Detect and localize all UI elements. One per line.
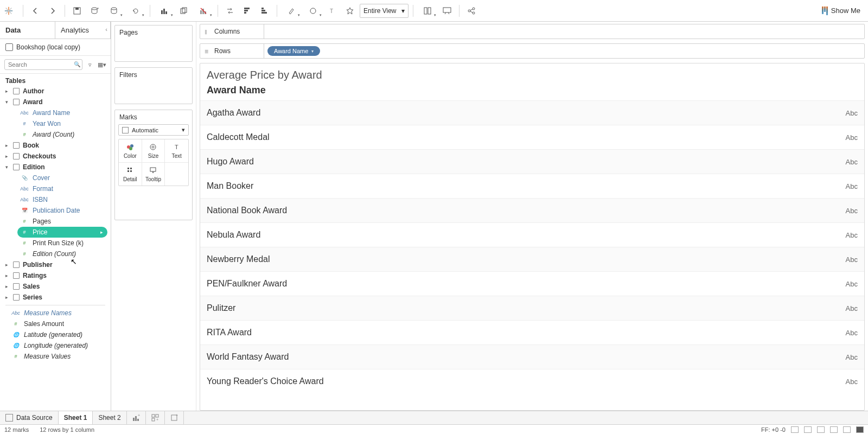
- connection-row[interactable]: Bookshop (local copy): [0, 39, 111, 56]
- new-dashboard-tab[interactable]: +: [146, 411, 165, 424]
- duplicate-sheet-button[interactable]: [176, 3, 192, 18]
- field-sales-amount[interactable]: #Sales Amount: [0, 318, 111, 329]
- field-label: Measure Names: [24, 309, 72, 317]
- filters-card[interactable]: Filters: [114, 67, 193, 104]
- sheet-tab-2[interactable]: Sheet 2: [93, 411, 126, 424]
- viz-row[interactable]: Young Reader's Choice AwardAbc: [200, 369, 864, 393]
- row-placeholder: Abc: [846, 133, 858, 142]
- pill-award-name[interactable]: Award Name: [267, 46, 320, 56]
- svg-rect-9: [161, 10, 163, 14]
- share-button[interactable]: [464, 3, 479, 18]
- field-type-icon: #: [20, 219, 29, 224]
- marks-detail-button[interactable]: Detail: [119, 163, 142, 186]
- viz-row[interactable]: PulitzerAbc: [200, 296, 864, 320]
- table-row[interactable]: ▾Award: [0, 97, 111, 107]
- table-row[interactable]: ▸Series: [0, 292, 111, 303]
- new-datasource-button[interactable]: +: [87, 3, 102, 18]
- status-nav-first[interactable]: [791, 426, 799, 433]
- sort-asc-button[interactable]: [240, 3, 255, 18]
- status-nav-last[interactable]: [830, 426, 838, 433]
- field-pages[interactable]: #Pages: [0, 216, 111, 227]
- new-worksheet-button[interactable]: [155, 3, 174, 18]
- field-measure-values[interactable]: #Measure Values: [0, 351, 111, 362]
- table-row[interactable]: ▸Publisher: [0, 259, 111, 270]
- sheet-tab-1[interactable]: Sheet 1: [59, 411, 93, 424]
- viz-row[interactable]: World Fantasy AwardAbc: [200, 344, 864, 369]
- group-button[interactable]: [303, 3, 323, 18]
- filter-fields-button[interactable]: ▿: [86, 60, 94, 69]
- field-award-name[interactable]: AbcAward Name: [0, 107, 111, 118]
- tab-analytics[interactable]: Analytics: [55, 22, 111, 39]
- field-longitude-generated-[interactable]: 🌐Longitude (generated): [0, 340, 111, 351]
- table-row[interactable]: ▾Edition: [0, 162, 111, 173]
- viz-row[interactable]: National Book AwardAbc: [200, 198, 864, 222]
- show-labels-button[interactable]: T: [325, 3, 340, 18]
- field-cover[interactable]: 📎Cover: [0, 173, 111, 183]
- table-row[interactable]: ▸Book: [0, 140, 111, 151]
- pin-button[interactable]: [342, 3, 358, 18]
- viz-title[interactable]: Average Price by Award: [200, 63, 864, 84]
- presentation-button[interactable]: [439, 3, 455, 18]
- field-award-count-[interactable]: #Award (Count): [0, 129, 111, 140]
- fit-dropdown[interactable]: Entire View ▾: [360, 4, 409, 18]
- refresh-button[interactable]: [126, 3, 145, 18]
- rows-shelf[interactable]: ≡Rows Award Name: [200, 43, 865, 59]
- marks-tooltip-button[interactable]: Tooltip: [142, 163, 165, 186]
- marks-cell-label: Size: [148, 153, 158, 159]
- data-source-tab[interactable]: Data Source: [0, 411, 59, 424]
- back-button[interactable]: [28, 3, 43, 18]
- view-mode-button[interactable]: ▦▾: [98, 60, 106, 69]
- row-header: National Book Award: [207, 206, 287, 215]
- highlight-button[interactable]: [282, 3, 301, 18]
- field-edition-count-[interactable]: #Edition (Count): [0, 248, 111, 259]
- table-name: Sales: [23, 283, 40, 290]
- viz-row[interactable]: PEN/Faulkner AwardAbc: [200, 271, 864, 296]
- mark-type-dropdown[interactable]: Automatic ▾: [118, 124, 189, 136]
- field-price[interactable]: #Price: [17, 227, 107, 238]
- clear-sheet-button[interactable]: [194, 3, 213, 18]
- new-worksheet-tab[interactable]: +: [127, 411, 146, 424]
- viz-row[interactable]: Man BookerAbc: [200, 174, 864, 198]
- viz-row[interactable]: RITA AwardAbc: [200, 320, 864, 344]
- viz-row[interactable]: Newberry MedalAbc: [200, 247, 864, 271]
- status-view-filmstrip[interactable]: [843, 426, 851, 433]
- field-format[interactable]: AbcFormat: [0, 183, 111, 194]
- show-cards-button[interactable]: [418, 3, 437, 18]
- field-year-won[interactable]: #Year Won: [0, 118, 111, 129]
- svg-point-30: [473, 12, 475, 14]
- viz-row[interactable]: Hugo AwardAbc: [200, 149, 864, 174]
- pause-autoupdate-button[interactable]: [104, 3, 124, 18]
- marks-color-button[interactable]: Color: [119, 139, 142, 163]
- new-story-tab[interactable]: +: [165, 411, 184, 424]
- field-measure-names[interactable]: AbcMeasure Names: [0, 308, 111, 318]
- status-view-tabs[interactable]: [856, 426, 864, 433]
- save-button[interactable]: [69, 3, 85, 18]
- viz-row[interactable]: Agatha AwardAbc: [200, 100, 864, 125]
- marks-size-button[interactable]: Size: [142, 139, 165, 163]
- search-input[interactable]: [4, 59, 82, 70]
- show-me-button[interactable]: Show Me: [818, 7, 865, 15]
- marks-drop-zone[interactable]: [118, 189, 189, 216]
- viz-row[interactable]: Caldecott MedalAbc: [200, 125, 864, 149]
- status-nav-next[interactable]: [817, 426, 825, 433]
- svg-point-29: [473, 8, 475, 10]
- row-header: Caldecott Medal: [207, 132, 270, 142]
- table-row[interactable]: ▸Checkouts: [0, 151, 111, 162]
- viz-row[interactable]: Nebula AwardAbc: [200, 222, 864, 247]
- marks-text-button[interactable]: TText: [165, 139, 188, 163]
- field-latitude-generated-[interactable]: 🌐Latitude (generated): [0, 329, 111, 340]
- field-publication-date[interactable]: 📅Publication Date: [0, 205, 111, 216]
- table-row[interactable]: ▸Author: [0, 86, 111, 97]
- forward-button[interactable]: [45, 3, 60, 18]
- status-nav-prev[interactable]: [804, 426, 812, 433]
- pages-card[interactable]: Pages: [114, 25, 193, 62]
- field-isbn[interactable]: AbcISBN: [0, 194, 111, 205]
- swap-button[interactable]: [222, 3, 238, 18]
- tab-data[interactable]: Data: [0, 22, 55, 39]
- table-row[interactable]: ▸Ratings: [0, 270, 111, 281]
- field-print-run-size-k-[interactable]: #Print Run Size (k): [0, 238, 111, 248]
- columns-shelf[interactable]: ⦀Columns: [200, 24, 865, 39]
- collapse-pane-icon[interactable]: ‹: [105, 26, 107, 33]
- sort-desc-button[interactable]: [257, 3, 272, 18]
- table-row[interactable]: ▸Sales: [0, 281, 111, 292]
